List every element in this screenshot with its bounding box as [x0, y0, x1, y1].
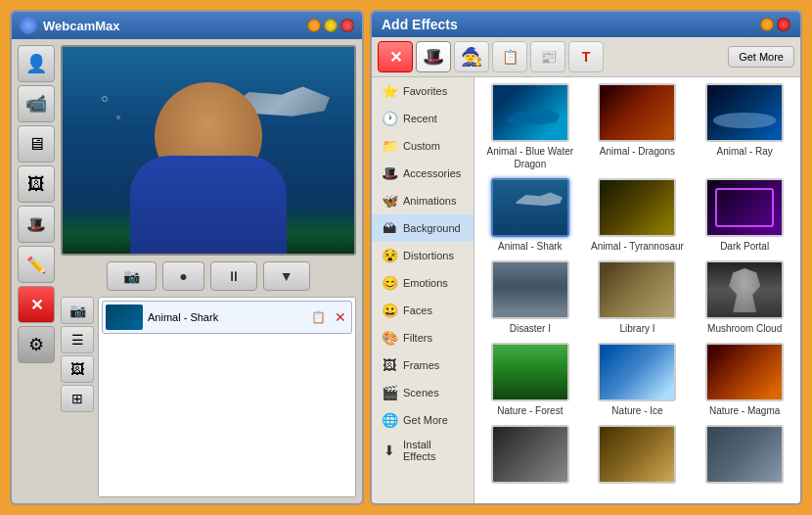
- custom-icon: 📁: [380, 137, 399, 155]
- cat-emotions[interactable]: 😊 Emotions: [372, 269, 474, 297]
- effect-bottom3[interactable]: [695, 425, 794, 487]
- cat-label: Emotions: [403, 277, 448, 289]
- effect-dark-portal[interactable]: Dark Portal: [695, 178, 794, 253]
- cat-accessories[interactable]: 🎩 Accessories: [372, 160, 474, 187]
- effect-blue-dragon[interactable]: Animal - Blue Water Dragon: [480, 83, 580, 170]
- cat-label: Custom: [403, 140, 440, 152]
- active-effect-name: Animal - Shark: [148, 311, 304, 323]
- filters-icon: 🎨: [380, 329, 399, 347]
- effect-ray[interactable]: Animal - Ray: [695, 83, 794, 170]
- effect-thumb-bottom2: [598, 425, 676, 484]
- effect-label-library: Library I: [619, 322, 654, 335]
- distortions-icon: 😵: [380, 247, 399, 264]
- effect-thumb-library: [598, 260, 676, 319]
- effect-forest[interactable]: Nature - Forest: [480, 343, 580, 417]
- accessories-icon: 🎩: [380, 164, 399, 182]
- effect-label-blue-dragon: Animal - Blue Water Dragon: [480, 145, 580, 170]
- cat-recent[interactable]: 🕐 Recent: [372, 105, 474, 132]
- effect-label-tyrannosaur: Animal - Tyrannosaur: [591, 240, 684, 253]
- photo-tool-btn[interactable]: 🖼: [18, 165, 55, 203]
- effect-thumb-mushroom: [705, 260, 784, 319]
- effect-thumb-bottom3: [705, 425, 784, 484]
- effect-thumb-bottom1: [491, 425, 569, 484]
- effects-body: ⭐ Favorites 🕐 Recent 📁 Custom 🎩 Accessor…: [372, 77, 800, 503]
- effects-win-btn-orange[interactable]: [760, 18, 774, 31]
- win-btn-red[interactable]: [340, 19, 354, 32]
- effects-grid-container: Animal - Blue Water Dragon Animal - Drag…: [474, 77, 800, 503]
- effect-copy-btn[interactable]: 📋: [309, 310, 328, 324]
- cat-background[interactable]: 🏔 Background: [372, 214, 474, 242]
- list-mode-icons: 📷 ☰ 🖼 ⊞: [61, 297, 94, 497]
- tab-text[interactable]: T: [568, 41, 604, 72]
- effect-bottom2[interactable]: [588, 425, 688, 487]
- image-mode-btn[interactable]: 🖼: [61, 355, 94, 383]
- monitor-tool-btn[interactable]: 🖥: [18, 125, 55, 163]
- cat-label: Faces: [403, 304, 432, 316]
- tab-wizard[interactable]: 🧙: [454, 41, 489, 72]
- cat-get-more[interactable]: 🌐 Get More: [372, 406, 474, 434]
- cat-favorites[interactable]: ⭐ Favorites: [372, 77, 474, 105]
- win-btn-yellow[interactable]: [324, 19, 338, 32]
- record-btn[interactable]: ●: [162, 261, 203, 291]
- get-more-tab-btn[interactable]: Get More: [728, 46, 794, 68]
- effect-mushroom[interactable]: Mushroom Cloud: [695, 260, 794, 335]
- effect-label-dragons: Animal - Dragons: [600, 145, 675, 158]
- effects-panel-title: Add Effects: [382, 17, 458, 32]
- person-visual: [120, 63, 296, 254]
- grid-mode-btn[interactable]: ⊞: [61, 385, 94, 412]
- cat-animations[interactable]: 🦋 Animations: [372, 187, 474, 214]
- win-btn-orange[interactable]: [307, 19, 321, 32]
- list-mode-btn[interactable]: ☰: [61, 326, 94, 353]
- tab-magic-hat[interactable]: 🎩: [416, 41, 451, 72]
- cat-distortions[interactable]: 😵 Distortions: [372, 242, 474, 269]
- webcam-view: [61, 45, 356, 256]
- effect-tyrannosaur[interactable]: Animal - Tyrannosaur: [588, 178, 688, 253]
- side-toolbar: 👤 📹 🖥 🖼 🎩 ✏️ ✕ ⚙: [18, 45, 57, 497]
- cat-label: Frames: [403, 359, 439, 371]
- effect-shark[interactable]: Animal - Shark: [480, 178, 580, 253]
- effect-label-ray: Animal - Ray: [717, 145, 773, 158]
- effect-library[interactable]: Library I: [588, 260, 688, 335]
- delete-tool-btn[interactable]: ✕: [18, 286, 55, 323]
- effect-dragons[interactable]: Animal - Dragons: [588, 83, 688, 170]
- categories-list: ⭐ Favorites 🕐 Recent 📁 Custom 🎩 Accessor…: [372, 77, 474, 503]
- effect-thumb-forest: [491, 343, 569, 401]
- video-tool-btn[interactable]: 📹: [18, 85, 55, 122]
- effects-win-btn-red[interactable]: [777, 18, 790, 31]
- left-panel: WebcamMax 👤 📹 🖥 🖼 🎩 ✏️ ✕ ⚙: [10, 10, 364, 505]
- recent-icon: 🕐: [380, 110, 399, 127]
- faces-icon: 😀: [380, 302, 399, 319]
- effect-ice[interactable]: Nature - Ice: [588, 343, 688, 417]
- snapshot-btn[interactable]: 📷: [107, 261, 157, 291]
- effect-label-ice: Nature - Ice: [611, 404, 662, 417]
- pause-btn[interactable]: ⏸: [210, 261, 257, 291]
- cat-scenes[interactable]: 🎬 Scenes: [372, 379, 474, 406]
- cat-faces[interactable]: 😀 Faces: [372, 297, 474, 324]
- gear-tool-btn[interactable]: ⚙: [18, 326, 55, 363]
- cat-label: Distortions: [403, 250, 454, 261]
- download-btn[interactable]: ▼: [263, 261, 310, 291]
- person-tool-btn[interactable]: 👤: [18, 45, 55, 82]
- cat-filters[interactable]: 🎨 Filters: [372, 324, 474, 351]
- tab-effects3[interactable]: 📰: [530, 41, 565, 72]
- effects-win-controls: [760, 18, 790, 31]
- bubble1: [102, 96, 108, 102]
- effect-disaster[interactable]: Disaster I: [480, 260, 580, 335]
- cat-custom[interactable]: 📁 Custom: [372, 132, 474, 160]
- cat-install[interactable]: ⬇ Install Effects: [372, 434, 474, 467]
- effect-thumb-dragons: [598, 83, 676, 142]
- effect-thumb-dark-portal: [705, 178, 784, 237]
- cat-label: Filters: [403, 332, 432, 344]
- effect-bottom1[interactable]: [480, 425, 580, 487]
- tab-remove[interactable]: ✕: [378, 41, 413, 72]
- cat-frames[interactable]: 🖼 Frames: [372, 351, 474, 379]
- paint-tool-btn[interactable]: ✏️: [18, 246, 55, 283]
- active-effect-item[interactable]: Animal - Shark 📋 ✕: [102, 301, 352, 334]
- effect-label-forest: Nature - Forest: [497, 404, 563, 417]
- camera-mode-btn[interactable]: 📷: [61, 297, 94, 324]
- hat-tool-btn[interactable]: 🎩: [18, 206, 55, 243]
- tab-effects2[interactable]: 📋: [492, 41, 527, 72]
- effect-remove-btn[interactable]: ✕: [333, 309, 348, 325]
- get-more-icon: 🌐: [380, 411, 399, 429]
- effect-magma[interactable]: Nature - Magma: [695, 343, 794, 417]
